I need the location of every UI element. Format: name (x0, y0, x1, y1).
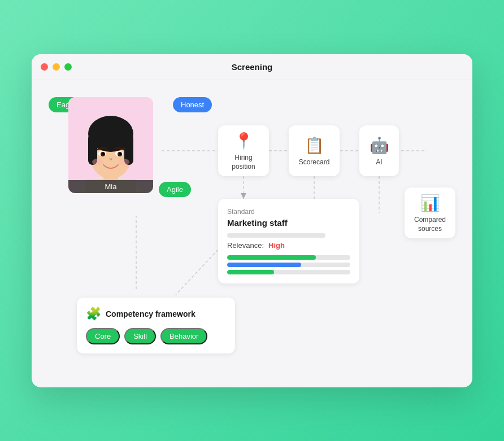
ai-node[interactable]: 🤖 AI (359, 125, 399, 176)
bar-fill-1 (227, 255, 316, 260)
minimize-button[interactable] (53, 63, 60, 71)
traffic-lights (41, 63, 72, 71)
bar-chart (227, 255, 350, 274)
window-title: Screening (232, 62, 273, 72)
bar-fill-2 (227, 263, 301, 267)
candidate-section: Mia (54, 97, 167, 193)
compared-icon: 📊 (420, 194, 440, 212)
relevance-value: High (268, 241, 285, 250)
core-tag[interactable]: Core (86, 328, 120, 344)
candidate-name: Mia (68, 180, 153, 193)
compared-label: Compared sources (411, 216, 449, 233)
bar-2 (227, 263, 350, 267)
compared-sources-node[interactable]: 📊 Compared sources (405, 187, 455, 238)
honest-tag[interactable]: Honest (173, 97, 212, 112)
bar-1 (227, 255, 350, 260)
competency-card: 🧩 Competency framework Core Skill Behavi… (77, 298, 235, 353)
behavior-tag[interactable]: Behavior (160, 328, 207, 344)
svg-point-16 (118, 159, 129, 165)
relevance-row: Relevance: High (227, 241, 350, 250)
bar-fill-3 (227, 270, 274, 274)
hiring-position-node[interactable]: 📍 Hiring position (218, 125, 269, 176)
scorecard-node[interactable]: 📋 Scorecard (289, 125, 340, 176)
candidate-photo-wrapper: Mia (68, 97, 153, 193)
close-button[interactable] (41, 63, 48, 71)
maximize-button[interactable] (64, 63, 72, 71)
info-card: Standard Marketing staff Relevance: High (218, 199, 359, 283)
skill-tag[interactable]: Skill (124, 328, 156, 344)
placeholder-line-1 (227, 233, 325, 238)
relevance-label: Relevance: (227, 241, 264, 250)
competency-icon: 🧩 (86, 307, 101, 321)
svg-point-8 (89, 119, 132, 141)
hiring-label: Hiring position (225, 154, 262, 171)
svg-marker-24 (241, 193, 246, 199)
candidate-photo-svg (68, 97, 153, 193)
scorecard-label: Scorecard (299, 158, 330, 167)
app-window: Screening Eager to learn Honest Agile (32, 54, 472, 387)
svg-line-20 (176, 250, 218, 295)
competency-tags: Core Skill Behavior (86, 328, 226, 344)
competency-header: 🧩 Competency framework (86, 307, 226, 321)
info-title: Marketing staff (227, 218, 350, 228)
ai-label: AI (376, 158, 382, 167)
scorecard-icon: 📋 (305, 136, 324, 155)
svg-point-14 (119, 152, 121, 155)
info-standard: Standard (227, 208, 350, 216)
titlebar: Screening (32, 54, 472, 80)
bar-3 (227, 270, 350, 274)
hiring-icon: 📍 (234, 132, 254, 150)
svg-point-15 (92, 159, 103, 165)
svg-point-13 (102, 152, 105, 155)
main-content: Eager to learn Honest Agile (32, 80, 472, 387)
competency-title: Competency framework (106, 309, 195, 318)
ai-icon: 🤖 (370, 136, 389, 155)
